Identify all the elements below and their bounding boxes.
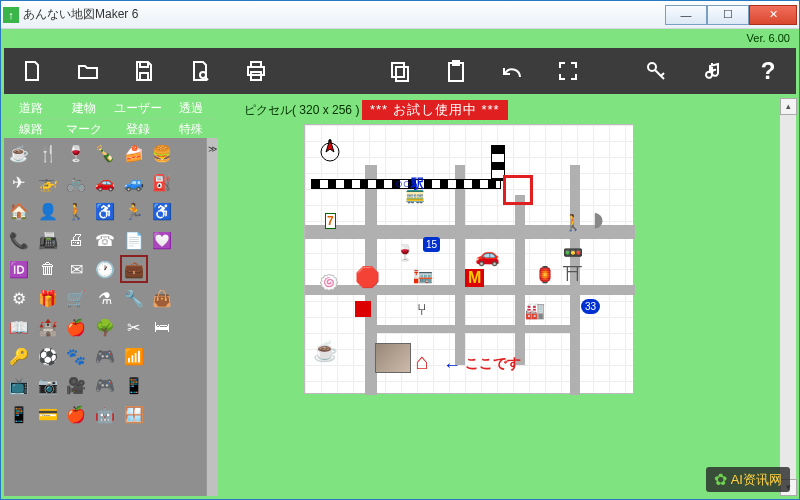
palette-icon[interactable]: ☕ xyxy=(5,139,33,167)
tab-mark[interactable]: マーク xyxy=(58,118,112,138)
tab-transparent[interactable]: 透過 xyxy=(165,98,219,118)
tab-building[interactable]: 建物 xyxy=(58,98,112,118)
minimize-button[interactable]: — xyxy=(665,5,707,25)
palette-icon[interactable]: 🍰 xyxy=(120,139,148,167)
palette-icon[interactable] xyxy=(149,342,177,370)
palette-icon[interactable] xyxy=(177,313,205,341)
palette-icon[interactable]: 📶 xyxy=(120,342,148,370)
copy-button[interactable] xyxy=(386,57,414,85)
palette-icon[interactable] xyxy=(177,255,205,283)
tab-rail[interactable]: 線路 xyxy=(4,118,58,138)
scroll-up-button[interactable]: ▴ xyxy=(780,98,797,115)
palette-icon[interactable]: ✈ xyxy=(5,168,33,196)
palette-icon[interactable]: ♿ xyxy=(149,197,177,225)
palette-icon[interactable]: 🏠 xyxy=(5,197,33,225)
print-button[interactable] xyxy=(242,57,270,85)
palette-icon[interactable] xyxy=(177,371,205,399)
palette-icon[interactable] xyxy=(149,371,177,399)
palette-icon[interactable] xyxy=(149,255,177,283)
palette-icon[interactable]: 🍴 xyxy=(34,139,62,167)
palette-icon[interactable]: 📞 xyxy=(5,226,33,254)
palette-icon[interactable]: 💟 xyxy=(149,226,177,254)
paste-button[interactable] xyxy=(442,57,470,85)
palette-icon[interactable]: 📱 xyxy=(120,371,148,399)
maximize-button[interactable]: ☐ xyxy=(707,5,749,25)
save-button[interactable] xyxy=(130,57,158,85)
palette-icon[interactable]: 📄 xyxy=(120,226,148,254)
palette-icon[interactable]: ☎ xyxy=(91,226,119,254)
palette-icon[interactable]: 🏃 xyxy=(120,197,148,225)
palette-icon[interactable] xyxy=(177,139,205,167)
sound-button[interactable] xyxy=(698,57,726,85)
palette-icon[interactable]: 🌳 xyxy=(91,313,119,341)
palette-icon[interactable]: 🔑 xyxy=(5,342,33,370)
palette-icon[interactable]: 🍎 xyxy=(62,313,90,341)
palette-icon[interactable]: 🚲 xyxy=(62,168,90,196)
palette-icon[interactable]: 🚗 xyxy=(91,168,119,196)
key-button[interactable] xyxy=(642,57,670,85)
palette-icon[interactable]: ✉ xyxy=(62,255,90,283)
tab-user[interactable]: ユーザー xyxy=(111,98,165,118)
palette-icon[interactable] xyxy=(177,226,205,254)
expand-palette-button[interactable]: ≫ xyxy=(206,138,218,496)
palette-icon[interactable]: 🎮 xyxy=(91,371,119,399)
palette-icon[interactable]: 🎥 xyxy=(62,371,90,399)
palette-icon[interactable]: 🔧 xyxy=(120,284,148,312)
vertical-scrollbar[interactable]: ▴ ▾ xyxy=(779,98,796,496)
help-button[interactable]: ? xyxy=(754,57,782,85)
palette-icon[interactable] xyxy=(177,197,205,225)
palette-icon[interactable]: 🚁 xyxy=(34,168,62,196)
palette-icon[interactable]: ⛽ xyxy=(149,168,177,196)
palette-icon[interactable]: 🍎 xyxy=(62,400,90,428)
palette-icon[interactable] xyxy=(177,168,205,196)
palette-icon[interactable]: 🗑 xyxy=(34,255,62,283)
svg-rect-2 xyxy=(396,67,408,81)
palette-icon[interactable]: 🐾 xyxy=(62,342,90,370)
palette-icon[interactable]: 🆔 xyxy=(5,255,33,283)
palette-icon[interactable]: 🕐 xyxy=(91,255,119,283)
palette-icon[interactable]: 🎁 xyxy=(34,284,62,312)
canvas-frame[interactable]: ピクセル( 320 x 256 ) *** お試し使用中 *** N xyxy=(222,98,779,496)
palette-icon[interactable]: 🖨 xyxy=(62,226,90,254)
palette-icon[interactable]: 🚙 xyxy=(120,168,148,196)
palette-icon[interactable]: 🎮 xyxy=(91,342,119,370)
palette-icon[interactable]: 💼 xyxy=(120,255,148,283)
palette-icon[interactable]: ♿ xyxy=(91,197,119,225)
palette-icon[interactable]: 👜 xyxy=(149,284,177,312)
palette-icon[interactable]: ⚗ xyxy=(91,284,119,312)
palette-icon[interactable]: 🛏 xyxy=(149,313,177,341)
palette-icon[interactable]: 📖 xyxy=(5,313,33,341)
palette-icon[interactable]: ⚽ xyxy=(34,342,62,370)
palette-icon[interactable]: 📠 xyxy=(34,226,62,254)
palette-icon[interactable]: ✂ xyxy=(120,313,148,341)
palette-icon[interactable] xyxy=(149,400,177,428)
new-file-button[interactable] xyxy=(18,57,46,85)
main-toolbar: ? xyxy=(4,48,796,94)
map-canvas[interactable]: N ○○駅 xyxy=(304,124,634,394)
tab-register[interactable]: 登録 xyxy=(111,118,165,138)
palette-icon[interactable]: 🍾 xyxy=(91,139,119,167)
palette-icon[interactable]: 🛒 xyxy=(62,284,90,312)
open-button[interactable] xyxy=(74,57,102,85)
palette-icon[interactable]: 🪟 xyxy=(120,400,148,428)
palette-icon[interactable]: 📺 xyxy=(5,371,33,399)
palette-icon[interactable] xyxy=(177,342,205,370)
page-view-button[interactable] xyxy=(186,57,214,85)
close-button[interactable]: ✕ xyxy=(749,5,797,25)
palette-icon[interactable]: 🚶 xyxy=(62,197,90,225)
fit-screen-button[interactable] xyxy=(554,57,582,85)
palette-icon[interactable]: 🤖 xyxy=(91,400,119,428)
palette-icon[interactable]: 🍔 xyxy=(149,139,177,167)
palette-icon[interactable]: 👤 xyxy=(34,197,62,225)
palette-icon[interactable]: 🏰 xyxy=(34,313,62,341)
tab-road[interactable]: 道路 xyxy=(4,98,58,118)
palette-icon[interactable]: 📷 xyxy=(34,371,62,399)
palette-icon[interactable] xyxy=(177,284,205,312)
svg-rect-1 xyxy=(392,63,404,77)
palette-icon[interactable]: ⚙ xyxy=(5,284,33,312)
palette-icon[interactable]: 📱 xyxy=(5,400,33,428)
palette-icon[interactable]: 🍷 xyxy=(62,139,90,167)
undo-button[interactable] xyxy=(498,57,526,85)
tab-special[interactable]: 特殊 xyxy=(165,118,219,138)
palette-icon[interactable]: 💳 xyxy=(34,400,62,428)
